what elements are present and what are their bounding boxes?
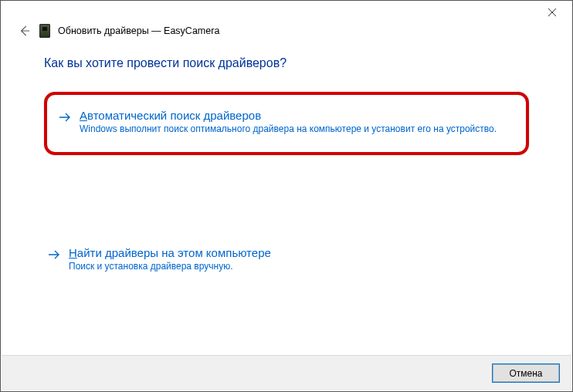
option-auto-desc: Windows выполнит поиск оптимального драй… [80, 123, 510, 135]
highlight-annotation: Автоматический поиск драйверов Windows в… [44, 92, 529, 155]
close-icon [548, 8, 556, 16]
back-arrow-icon [19, 25, 30, 36]
back-button[interactable] [18, 24, 32, 38]
option-auto-search[interactable]: Автоматический поиск драйверов Windows в… [55, 103, 514, 141]
page-title: Обновить драйверы — EasyCamera [58, 25, 219, 36]
arrow-right-icon [47, 246, 61, 264]
device-icon [39, 24, 50, 38]
option-auto-title: Автоматический поиск драйверов [80, 109, 510, 122]
content-area: Как вы хотите провести поиск драйверов? … [1, 42, 572, 279]
cancel-button[interactable]: Отмена [493, 364, 559, 382]
option-manual-search[interactable]: Найти драйверы на этом компьютере Поиск … [44, 240, 529, 279]
arrow-right-icon [58, 109, 72, 127]
header-row: Обновить драйверы — EasyCamera [1, 24, 572, 42]
option-auto-body: Автоматический поиск драйверов Windows в… [80, 109, 510, 135]
footer-bar: Отмена [2, 355, 571, 390]
question-heading: Как вы хотите провести поиск драйверов? [44, 56, 529, 70]
option-manual-body: Найти драйверы на этом компьютере Поиск … [69, 246, 526, 272]
close-button[interactable] [537, 2, 568, 23]
option-manual-title: Найти драйверы на этом компьютере [69, 246, 526, 259]
option-manual-desc: Поиск и установка драйвера вручную. [69, 260, 526, 272]
titlebar [1, 1, 572, 24]
